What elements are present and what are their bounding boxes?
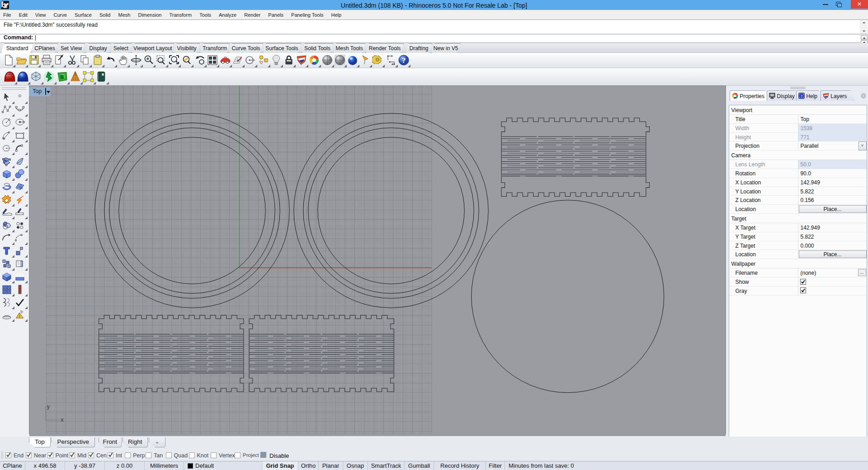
svg-text:?: ? xyxy=(801,94,803,99)
svg-text:y: y xyxy=(47,404,50,410)
svg-text:x: x xyxy=(61,417,64,423)
svg-text:?: ? xyxy=(402,56,406,65)
